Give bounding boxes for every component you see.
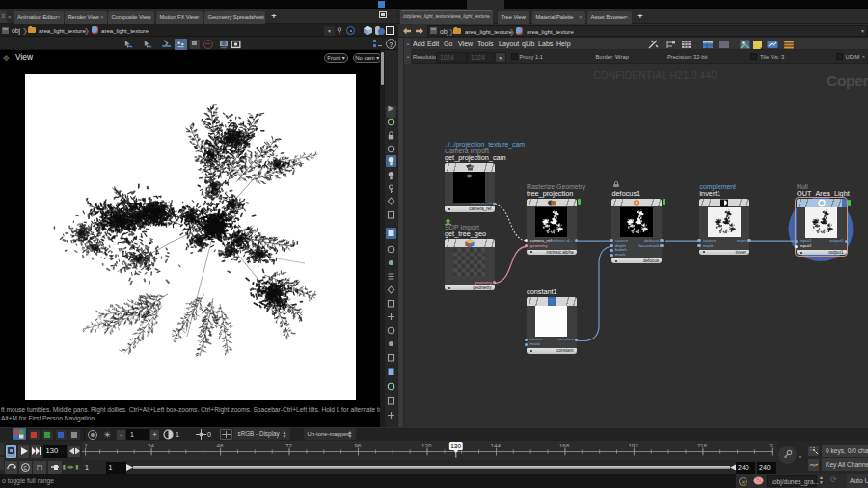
svg-text:1: 1 — [85, 442, 89, 448]
svg-text:240: 240 — [769, 442, 773, 448]
svg-text:120: 120 — [421, 442, 432, 448]
svg-text:72: 72 — [285, 442, 292, 448]
svg-text:168: 168 — [559, 442, 570, 448]
svg-text:96: 96 — [355, 442, 362, 448]
svg-text:48: 48 — [217, 442, 224, 448]
svg-text:24: 24 — [148, 442, 154, 448]
svg-text:144: 144 — [491, 442, 502, 448]
svg-text:130: 130 — [450, 443, 461, 449]
svg-text:192: 192 — [628, 442, 638, 448]
svg-text:216: 216 — [697, 442, 708, 448]
